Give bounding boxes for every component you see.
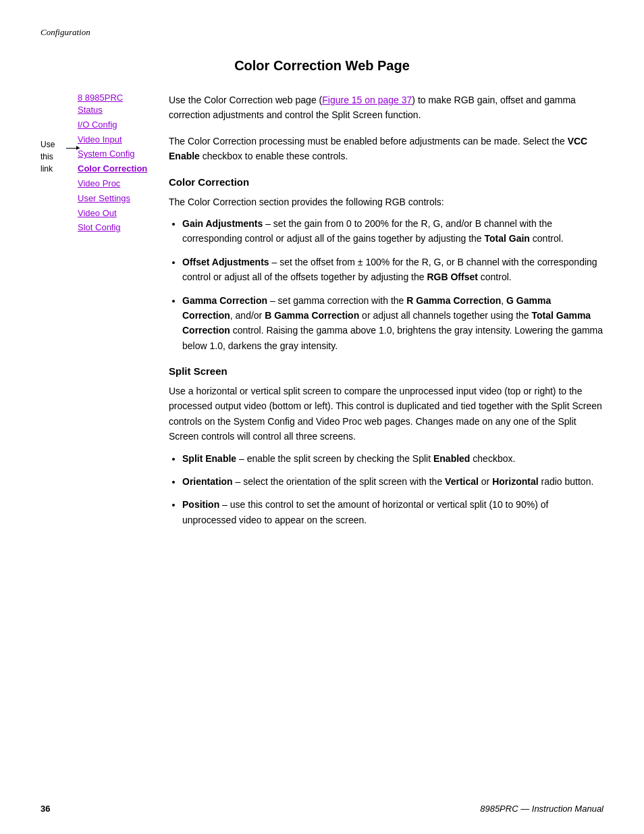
bullet-gain: Gain Adjustments – set the gain from 0 t… [182,216,603,246]
bullet-split-enable: Split Enable – enable the split screen b… [182,451,603,466]
sidebar-item-system-config[interactable]: System Config [78,147,149,161]
sidebar-item-video-proc[interactable]: Video Proc [78,177,149,191]
split-screen-intro: Use a horizontal or vertical split scree… [169,384,603,444]
bullet-gamma: Gamma Correction – set gamma correction … [182,293,603,354]
split-screen-heading: Split Screen [169,365,603,377]
footer-page-number: 36 [41,804,50,814]
sidebar-item-status[interactable]: Status [78,103,149,118]
color-correction-bullets: Gain Adjustments – set the gain from 0 t… [182,216,603,353]
page-footer: 36 8985PRC — Instruction Manual [41,804,603,814]
bullet-orientation: Orientation – select the orientation of … [182,474,603,489]
annotation-arrow [66,148,80,149]
breadcrumb: Configuration [41,27,603,38]
sidebar-item-slot-config[interactable]: Slot Config [78,221,149,235]
color-correction-heading: Color Correction [169,176,603,188]
intro-paragraph-2: The Color Correction processing must be … [169,134,603,164]
color-correction-intro: The Color Correction section provides th… [169,194,603,209]
split-screen-bullets: Split Enable – enable the split screen b… [182,451,603,528]
sidebar-item-video-out[interactable]: Video Out [78,207,149,221]
sidebar-annotation: Use this link [41,138,55,175]
figure-link[interactable]: Figure 15 on page 37 [322,95,412,105]
sidebar-nav: 8 8985PRC Status I/O Config Video Input … [78,93,149,235]
sidebar-item-color-correction[interactable]: Color Correction [78,162,149,176]
sidebar-item-video-input[interactable]: Video Input [78,133,149,147]
bullet-offset: Offset Adjustments – set the offset from… [182,255,603,285]
intro-paragraph-1: Use the Color Correction web page (Figur… [169,93,603,123]
footer-manual-title: 8985PRC — Instruction Manual [480,804,603,814]
main-content: Use the Color Correction web page (Figur… [162,93,603,536]
bullet-position: Position – use this control to set the a… [182,497,603,527]
sidebar-item-io-config[interactable]: I/O Config [78,118,149,132]
sidebar-device-link[interactable]: 8 8985PRC [78,93,149,103]
sidebar-item-user-settings[interactable]: User Settings [78,192,149,206]
page-title: Color Correction Web Page [41,58,603,74]
